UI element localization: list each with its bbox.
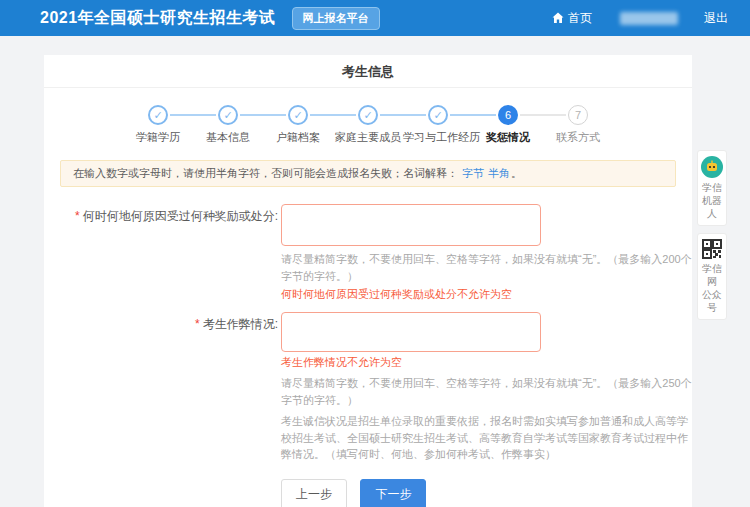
step-number: 6	[498, 105, 518, 125]
required-asterisk: *	[75, 209, 80, 223]
prev-step-button[interactable]: 上一步	[281, 479, 347, 507]
nav-logout[interactable]: 退出	[704, 10, 728, 27]
next-step-button[interactable]: 下一步	[360, 479, 426, 507]
step-contact-info: 7 联系方式	[543, 105, 613, 145]
robot-label-line2: 机器人	[702, 195, 722, 219]
link-byte[interactable]: 字节	[462, 167, 484, 179]
chsi-robot-widget[interactable]: 学信 机器人	[697, 150, 727, 226]
app-title: 2021年全国硕士研究生招生考试	[40, 8, 276, 29]
chsi-wechat-qrcode-widget[interactable]: 学信网 公众号	[697, 233, 727, 320]
floating-widgets: 学信 机器人 学信网 公众号	[697, 150, 727, 327]
cheating-record-label: *考生作弊情况:	[44, 312, 278, 463]
link-halfwidth[interactable]: 半角	[488, 167, 510, 179]
page-title: 考生信息	[44, 55, 692, 88]
reward-punishment-label: *何时何地何原因受过何种奖励或处分:	[44, 204, 278, 302]
cheating-record-error: 考生作弊情况不允许为空	[281, 355, 692, 370]
check-icon: ✓	[288, 105, 308, 125]
check-icon: ✓	[428, 105, 448, 125]
notice-text: 在输入数字或字母时，请使用半角字符，否则可能会造成报名失败；名词解释：	[73, 167, 458, 179]
cheating-record-hint2: 考生诚信状况是招生单位录取的重要依据，报名时需如实填写参加普通和成人高等学校招生…	[281, 413, 692, 463]
qrcode-label-line1: 学信网	[702, 263, 722, 287]
notice-bar: 在输入数字或字母时，请使用半角字符，否则可能会造成报名失败；名词解释：字节半角。	[60, 160, 676, 187]
cheating-record-textarea[interactable]	[281, 312, 541, 352]
step-basic-info: ✓ 基本信息	[193, 105, 263, 145]
reward-punishment-textarea[interactable]	[281, 204, 541, 246]
step-indicator: ✓ 学籍学历 ✓ 基本信息 ✓ 户籍档案 ✓ 家庭主要成员 ✓ 学习与工作经历 …	[44, 88, 692, 145]
step-education-record: ✓ 学籍学历	[123, 105, 193, 145]
candidate-info-card: 考生信息 ✓ 学籍学历 ✓ 基本信息 ✓ 户籍档案 ✓ 家庭主要成员 ✓ 学习与…	[44, 55, 692, 507]
robot-label-line1: 学信	[702, 182, 722, 193]
step-family-members: ✓ 家庭主要成员	[333, 105, 403, 145]
username-redacted	[620, 12, 678, 25]
reward-punishment-hint: 请尽量精简字数，不要使用回车、空格等字符，如果没有就填“无”。（最多输入200个…	[281, 251, 692, 284]
reward-punishment-error: 何时何地何原因受过何种奖励或处分不允许为空	[281, 287, 692, 302]
platform-badge: 网上报名平台	[292, 7, 380, 30]
top-header: 2021年全国硕士研究生招生考试 网上报名平台 首页 退出	[0, 0, 750, 36]
required-asterisk: *	[195, 317, 200, 331]
check-icon: ✓	[358, 105, 378, 125]
nav-home[interactable]: 首页	[552, 10, 592, 27]
cheating-record-hint1: 请尽量精简字数，不要使用回车、空格等字符，如果没有就填“无”。（最多输入250个…	[281, 375, 692, 408]
nav-home-label: 首页	[568, 10, 592, 27]
qrcode-label-line2: 公众号	[702, 289, 722, 313]
notice-suffix: 。	[511, 167, 522, 179]
step-household-file: ✓ 户籍档案	[263, 105, 333, 145]
step-number: 7	[568, 105, 588, 125]
main-area: 考生信息 ✓ 学籍学历 ✓ 基本信息 ✓ 户籍档案 ✓ 家庭主要成员 ✓ 学习与…	[0, 36, 750, 507]
home-icon	[552, 12, 564, 24]
robot-avatar-icon	[701, 156, 723, 178]
check-icon: ✓	[148, 105, 168, 125]
step-rewards-punishments: 6 奖惩情况	[473, 105, 543, 145]
qrcode-icon	[702, 239, 722, 259]
check-icon: ✓	[218, 105, 238, 125]
step-study-work-experience: ✓ 学习与工作经历	[403, 105, 473, 145]
